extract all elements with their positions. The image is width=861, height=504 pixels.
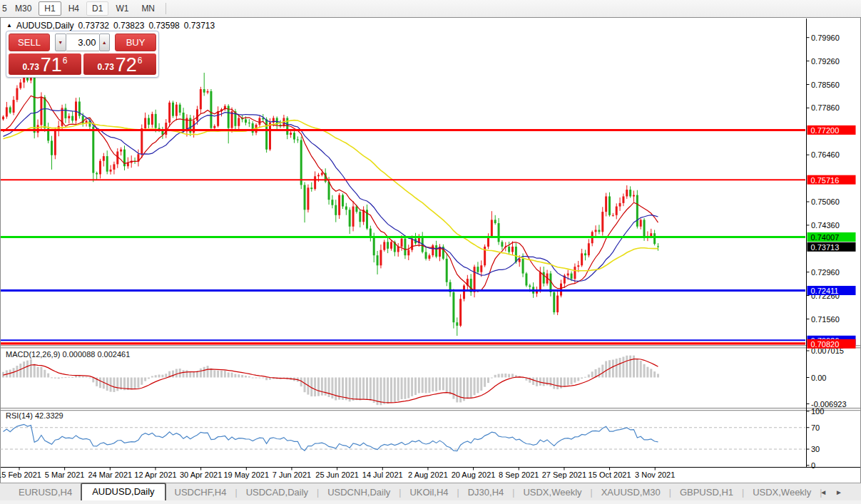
- macd-bar: [643, 364, 646, 378]
- candle-body: [54, 130, 56, 155]
- candle-body: [37, 125, 39, 133]
- candle-body: [539, 272, 541, 290]
- timeframe-button-h1[interactable]: H1: [39, 1, 61, 16]
- candle-body: [383, 242, 385, 250]
- macd-value-1: 0.000088: [62, 350, 95, 359]
- chart-title-row: ▲ AUDUSD,Daily 0.73732 0.73823 0.73598 0…: [6, 21, 215, 31]
- macd-bar: [474, 378, 476, 396]
- macd-bar: [619, 358, 621, 378]
- macd-bar: [577, 378, 579, 381]
- buy-button[interactable]: BUY: [115, 34, 156, 51]
- macd-bar: [165, 374, 167, 377]
- date-label: 24 Mar 2021: [88, 470, 132, 479]
- chart-window: 0.799600.792600.785600.778600.764600.750…: [0, 17, 861, 483]
- chart-tab-usdcad-daily[interactable]: USDCAD,Daily: [238, 485, 317, 500]
- ohlc-high: 0.73823: [113, 21, 144, 31]
- macd-bar: [183, 370, 185, 377]
- tab-scroll-arrows[interactable]: ◄►: [820, 488, 851, 496]
- chart-tab-usdx-weekly[interactable]: USDX,Weekly: [514, 485, 590, 500]
- macd-bar: [200, 369, 202, 378]
- chart-tab-xauusd-m30[interactable]: XAUUSD,M30: [593, 485, 669, 500]
- macd-bar: [110, 378, 112, 392]
- macd-bar: [185, 370, 188, 377]
- macd-bar: [422, 378, 424, 394]
- price-badge-label: 0.77200: [811, 126, 840, 135]
- date-label: 7 Jun 2021: [272, 470, 311, 479]
- candle-body: [269, 123, 271, 150]
- macd-bar: [99, 378, 101, 389]
- date-label: 19 May 2021: [223, 470, 269, 479]
- candle-body: [553, 292, 555, 312]
- macd-bar: [591, 371, 593, 377]
- timeframe-button-m30[interactable]: M30: [9, 1, 37, 16]
- chart-tab-eurusd-h4[interactable]: EURUSD,H4: [10, 485, 81, 500]
- candle-body: [307, 187, 309, 210]
- macd-bar: [491, 378, 493, 379]
- candle-body: [407, 250, 409, 256]
- chart-tab-usdchf-h4[interactable]: USDCHF,H4: [166, 485, 235, 500]
- candle-body: [310, 187, 312, 189]
- candle-body: [314, 176, 316, 189]
- macd-bar: [64, 377, 66, 378]
- chart-symbol-title: AUDUSD,Daily: [16, 21, 74, 31]
- macd-bar: [539, 378, 541, 386]
- macd-bar: [653, 371, 656, 377]
- candle-body: [328, 182, 330, 200]
- candle-body: [411, 239, 413, 250]
- candle-body: [335, 205, 337, 215]
- macd-bar: [480, 378, 482, 391]
- chart-tab-dj30-h4[interactable]: DJ30,H4: [459, 485, 513, 500]
- timeframe-button-d1[interactable]: D1: [86, 1, 108, 16]
- candle-body: [619, 203, 621, 207]
- chart-collapse-icon[interactable]: ▲: [6, 22, 12, 29]
- price-badge-label: 0.73713: [811, 243, 840, 252]
- chart-tab-usdcnh-daily[interactable]: USDCNH,Daily: [319, 485, 399, 500]
- tab-scroll-right-icon[interactable]: ►: [835, 488, 851, 496]
- candle-body: [515, 247, 517, 262]
- candle-body: [494, 220, 496, 223]
- chart-tab-ukoil-h4[interactable]: UKOil,H4: [401, 485, 457, 500]
- candle-body: [265, 119, 268, 149]
- macd-bar: [88, 378, 91, 379]
- price-badge-label: 0.74007: [811, 233, 840, 242]
- tab-scroll-left-icon[interactable]: ◄: [820, 488, 835, 496]
- candle-body: [487, 237, 489, 247]
- macd-bar: [40, 367, 42, 378]
- macd-bar: [366, 378, 368, 400]
- volume-increase-button[interactable]: ▲: [99, 34, 111, 51]
- macd-bar: [116, 378, 118, 391]
- timeframe-button-h4[interactable]: H4: [63, 1, 85, 16]
- candle-body: [525, 274, 527, 286]
- macd-bar: [407, 378, 409, 398]
- macd-bar: [487, 378, 489, 384]
- date-label: 3 Nov 2021: [635, 470, 675, 479]
- macd-bar: [452, 378, 454, 399]
- candle-body: [626, 190, 628, 196]
- chart-tab-usdx-weekly[interactable]: USDX,Weekly: [744, 485, 820, 500]
- macd-bar: [26, 361, 29, 378]
- volume-input[interactable]: [66, 34, 99, 51]
- candle-body: [477, 267, 479, 272]
- candle-body: [446, 259, 448, 282]
- candle-body: [601, 212, 603, 232]
- volume-decrease-button[interactable]: ▼: [55, 34, 66, 51]
- price-chart-svg[interactable]: 0.799600.792600.785600.778600.764600.750…: [0, 17, 861, 483]
- macd-bar: [571, 378, 573, 385]
- macd-bar: [626, 356, 628, 378]
- candle-body: [373, 237, 375, 255]
- macd-label: MACD(12,26,9) 0.000088 0.002461: [6, 350, 130, 359]
- macd-bar: [581, 378, 583, 379]
- rsi-axis-label: 0: [811, 461, 815, 470]
- timeframe-button-mn[interactable]: MN: [136, 1, 161, 16]
- candle-body: [16, 88, 18, 100]
- buy-price-display[interactable]: 0.73 72 6: [83, 53, 156, 75]
- candle-body: [217, 111, 219, 126]
- timeframe-button-5[interactable]: 5: [0, 1, 8, 16]
- candle-body: [501, 242, 503, 247]
- price-axis-label: 0.75060: [811, 197, 840, 206]
- timeframe-button-w1[interactable]: W1: [110, 1, 134, 16]
- sell-button[interactable]: SELL: [9, 34, 50, 51]
- chart-tab-gbpusd-h1[interactable]: GBPUSD,H1: [671, 485, 742, 500]
- chart-tab-audusd-daily[interactable]: AUDUSD,Daily: [81, 483, 165, 500]
- sell-price-display[interactable]: 0.73 71 6: [9, 53, 81, 75]
